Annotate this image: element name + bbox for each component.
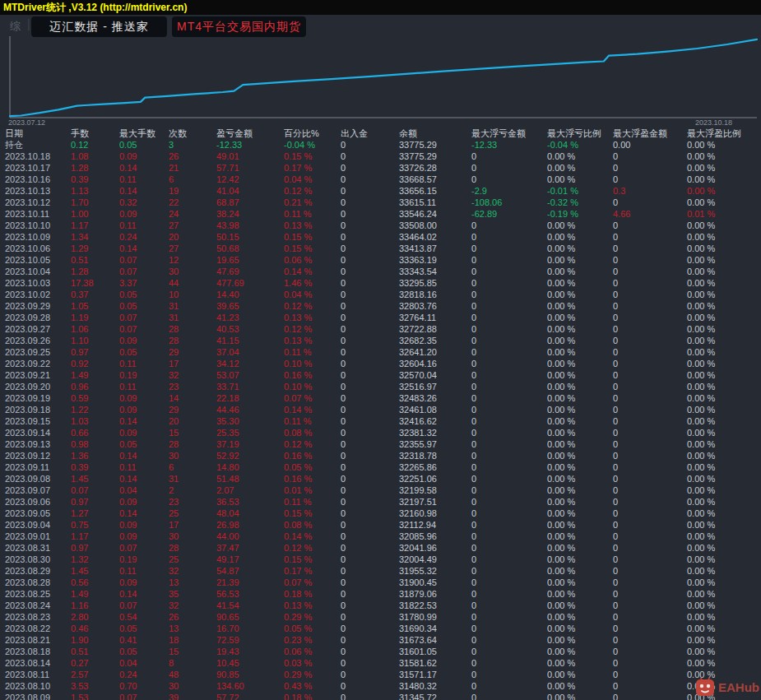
- row-cell: 32041.96: [399, 542, 471, 554]
- row-cell: 0: [613, 231, 687, 243]
- tab-bar: 综 | 迈汇数据 - 推送家 MT4平台交易国内期货: [0, 15, 761, 36]
- window-title: MTDriver统计 ,V3.12 (http://mtdriver.cn): [0, 0, 761, 15]
- row-cell: 1.08: [71, 151, 119, 162]
- row-cell: 33615.11: [399, 197, 471, 208]
- row-date: 2023.10.17: [5, 162, 71, 174]
- row-cell: 33508.00: [399, 220, 471, 231]
- row-date: 2023.08.31: [5, 542, 71, 554]
- row-cell: 0.97: [71, 496, 119, 508]
- row-cell: 0.00 %: [687, 519, 759, 531]
- row-cell: 0: [471, 669, 547, 680]
- x-axis-start-label: 2023.07.12: [8, 118, 45, 127]
- row-cell: 0: [613, 588, 687, 600]
- row-cell: 0.00 %: [547, 496, 613, 508]
- row-cell: 0: [471, 358, 547, 369]
- row-cell: 53.07: [216, 369, 284, 381]
- row-cell: 0: [341, 220, 399, 231]
- tab-clipped-left[interactable]: 综: [10, 19, 21, 34]
- row-cell: 1.13: [71, 185, 119, 197]
- x-axis-end-label: 2023.10.18: [695, 118, 732, 127]
- row-cell: 31345.72: [399, 692, 471, 700]
- row-cell: 0.09: [119, 208, 169, 220]
- col-header: 最大手数: [119, 128, 169, 139]
- row-cell: 0: [613, 692, 687, 700]
- row-cell: 32516.97: [399, 381, 471, 392]
- row-cell: 0: [341, 531, 399, 542]
- row-cell: 2.80: [71, 611, 119, 623]
- row-cell: 0.00 %: [547, 220, 613, 231]
- row-cell: 1.28: [71, 162, 119, 174]
- eahub-watermark: EAHub: [695, 676, 759, 698]
- row-cell: 32641.20: [399, 346, 471, 358]
- row-cell: 32: [169, 369, 216, 381]
- row-cell: 0.96: [71, 381, 119, 392]
- row-date: 2023.10.05: [5, 254, 71, 266]
- table-row: 2023.08.103.530.7030134.600.43 %031480.3…: [0, 680, 761, 692]
- table-row: 2023.08.301.320.192549.170.15 %032004.49…: [0, 554, 761, 565]
- row-cell: 0.06 %: [284, 254, 341, 266]
- row-cell: 51.48: [216, 473, 284, 484]
- row-cell: 33295.85: [399, 277, 471, 289]
- tab-mt4-domestic-futures-label: MT4平台交易国内期货: [177, 20, 301, 35]
- row-cell: 36.53: [216, 496, 284, 508]
- row-cell: 0: [613, 381, 687, 392]
- row-cell: 32199.58: [399, 484, 471, 496]
- table-header-row: 日期手数最大手数次数盈亏金额百分比%出入金余额最大浮亏金额最大浮亏比例最大浮盈金…: [0, 128, 761, 139]
- row-cell: 0.37: [71, 289, 119, 300]
- row-cell: 31780.99: [399, 611, 471, 623]
- row-cell: 27: [169, 243, 216, 254]
- row-cell: 0.00 %: [547, 461, 613, 473]
- row-cell: 31480.32: [399, 680, 471, 692]
- row-cell: 0.11: [119, 220, 169, 231]
- table-row: 2023.09.110.390.11614.800.05 %032265.860…: [0, 461, 761, 473]
- row-cell: 0.00 %: [547, 243, 613, 254]
- row-cell: 33.71: [216, 381, 284, 392]
- row-cell: 4.66: [613, 208, 687, 220]
- row-cell: 37.19: [216, 438, 284, 450]
- row-cell: 0: [613, 427, 687, 438]
- row-cell: 32570.04: [399, 369, 471, 381]
- col-header: 出入金: [341, 128, 399, 139]
- row-cell: 68.87: [216, 197, 284, 208]
- row-date: 2023.08.18: [5, 646, 71, 657]
- row-date: 2023.09.08: [5, 473, 71, 484]
- row-cell: 1.53: [71, 692, 119, 700]
- row-date: 2023.08.25: [5, 588, 71, 600]
- row-cell: 31: [169, 300, 216, 312]
- row-cell: 0.00 %: [687, 381, 759, 392]
- table-row: 2023.09.200.960.112333.710.10 %032516.97…: [0, 381, 761, 392]
- table-row: 2023.10.131.130.141941.040.12 %033656.15…: [0, 185, 761, 197]
- table-row: 2023.08.180.510.051519.430.06 %031601.05…: [0, 646, 761, 657]
- row-cell: 0: [471, 369, 547, 381]
- row-cell: 0.98: [71, 438, 119, 450]
- row-cell: 0: [613, 358, 687, 369]
- row-cell: 31601.05: [399, 646, 471, 657]
- row-cell: 0.00 %: [687, 300, 759, 312]
- table-row: 2023.08.211.900.411872.590.23 %031673.64…: [0, 634, 761, 646]
- row-cell: 34.12: [216, 358, 284, 369]
- row-cell: 0: [613, 323, 687, 335]
- table-row: 2023.09.070.070.0422.070.01 %032199.5800…: [0, 484, 761, 496]
- row-cell: 0.00 %: [547, 542, 613, 554]
- tab-mt4-domestic-futures[interactable]: MT4平台交易国内期货: [172, 16, 306, 37]
- row-cell: 0.23 %: [284, 634, 341, 646]
- row-cell: 0.18 %: [284, 692, 341, 700]
- row-cell: 0.00 %: [547, 623, 613, 634]
- row-cell: 1.70: [71, 197, 119, 208]
- col-header: 最大浮盈比例: [687, 128, 759, 139]
- row-cell: 18: [169, 634, 216, 646]
- row-cell: 0: [471, 381, 547, 392]
- table-row: 2023.10.020.370.051014.400.04 %032818.16…: [0, 289, 761, 300]
- row-cell: 0.00 %: [687, 508, 759, 519]
- row-cell: 13: [169, 577, 216, 588]
- row-cell: 0: [341, 600, 399, 611]
- row-cell: 32461.08: [399, 404, 471, 415]
- tab-maihui-data[interactable]: 迈汇数据 - 推送家: [31, 16, 167, 37]
- row-cell: 28: [169, 438, 216, 450]
- row-cell: 28: [169, 335, 216, 346]
- row-cell: 15: [169, 646, 216, 657]
- row-cell: 41.54: [216, 600, 284, 611]
- row-cell: 0.07: [119, 692, 169, 700]
- row-cell: 0: [471, 473, 547, 484]
- row-cell: 35.30: [216, 415, 284, 427]
